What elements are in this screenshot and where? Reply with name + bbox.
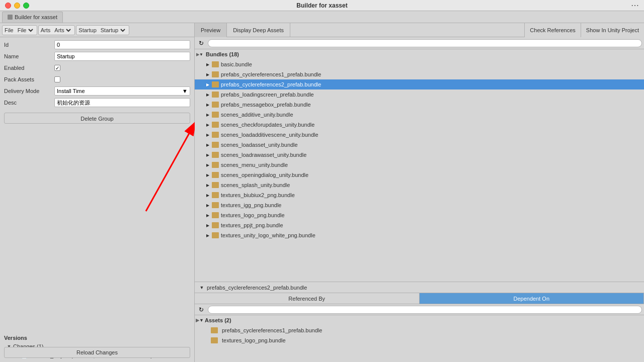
arts-dropdown[interactable]: Arts (52, 27, 72, 34)
bundle-item-2[interactable]: ▶ prefabs_cyclereferences2_prefab.bundle (195, 79, 644, 89)
bundle-name-5: scenes_additive_unity.bundle (221, 112, 293, 118)
startup-dropdown[interactable]: Startup (99, 27, 127, 34)
right-actions: Check References Show In Unity Project (524, 23, 644, 37)
arts-label: Arts (41, 27, 51, 33)
left-panel: File File Arts Arts Startup Startup (0, 23, 195, 362)
bundle-icon-11 (212, 172, 219, 178)
bundle-item-15[interactable]: ▶ textures_logo_png.bundle (195, 210, 644, 220)
bundle-expand-11: ▶ (205, 172, 211, 178)
window-controls (5, 3, 29, 9)
enabled-label: Enabled (4, 65, 54, 71)
bundles-header[interactable]: ▼ Bundles (18) (195, 49, 644, 59)
ref-asset-icon-1 (211, 337, 218, 343)
bundle-item-1[interactable]: ▶ prefabs_cyclereferences1_prefab.bundle (195, 69, 644, 79)
ref-asset-item-0[interactable]: prefabs_cyclereferences1_prefab.bundle (195, 325, 644, 335)
assets-header[interactable]: ▼ Assets (2) (195, 315, 644, 325)
ref-header: ▼ prefabs_cyclereferences2_prefab.bundle (195, 282, 644, 293)
bundle-name-3: prefabs_loadingscreen_prefab.bundle (221, 92, 314, 98)
bundle-icon-9 (212, 152, 219, 158)
bundle-item-11[interactable]: ▶ scenes_openingdialog_unity.bundle (195, 170, 644, 180)
enabled-checkbox[interactable]: ✓ (54, 65, 60, 71)
delivery-mode-select[interactable]: Install Time ▼ (54, 86, 190, 96)
file-select[interactable]: File File (2, 25, 37, 35)
ref-tab-dependent-on[interactable]: Dependent On (420, 293, 645, 304)
ref-refresh-button[interactable]: ↻ (197, 305, 206, 314)
bundle-icon-17 (212, 232, 219, 238)
tab-builder[interactable]: Builder for xasset (2, 12, 63, 23)
left-panel-inner: Id Name Enabled ✓ Pack Assets (0, 37, 194, 362)
title-bar: Builder for xasset ⋯ (0, 0, 644, 11)
name-input[interactable] (54, 52, 190, 61)
bundle-item-6[interactable]: ▶ scenes_checkforupdates_unity.bundle (195, 120, 644, 130)
window-title: Builder for xasset (296, 2, 347, 9)
bundle-expand-12: ▶ (205, 182, 211, 188)
pack-assets-checkbox[interactable] (54, 76, 60, 82)
file-dropdown[interactable]: File (16, 27, 35, 34)
bundle-item-3[interactable]: ▶ prefabs_loadingscreen_prefab.bundle (195, 89, 644, 100)
desc-input[interactable] (54, 98, 190, 107)
menu-icon[interactable]: ⋯ (631, 1, 639, 10)
bundle-item-13[interactable]: ▶ textures_biubiux2_png.bundle (195, 190, 644, 200)
ref-tree[interactable]: ▼ Assets (2) prefabs_cyclereferences1_pr… (195, 315, 644, 362)
ref-asset-name-1: textures_logo_png.bundle (222, 337, 286, 343)
form-row-pack-assets: Pack Assets (4, 74, 190, 85)
form-section: Id Name Enabled ✓ Pack Assets (0, 37, 194, 332)
minimize-button[interactable] (14, 3, 20, 9)
id-input[interactable] (54, 40, 190, 49)
bundle-icon-16 (212, 222, 219, 228)
bundle-item-4[interactable]: ▶ prefabs_messagebox_prefab.bundle (195, 100, 644, 110)
assets-expand-icon: ▼ (197, 317, 203, 323)
bundle-icon-0 (212, 61, 219, 67)
show-unity-project-button[interactable]: Show In Unity Project (581, 23, 644, 37)
ref-asset-item-1[interactable]: textures_logo_png.bundle (195, 335, 644, 345)
bundle-icon-4 (212, 102, 219, 108)
reload-changes-button[interactable]: Reload Changes (4, 347, 190, 358)
bundle-name-6: scenes_checkforupdates_unity.bundle (221, 122, 314, 128)
bundles-expand-icon: ▼ (197, 51, 203, 57)
bundle-name-17: textures_unity_logo_white_png.bundle (221, 232, 315, 238)
bundle-item-17[interactable]: ▶ textures_unity_logo_white_png.bundle (195, 230, 644, 240)
bundle-icon-3 (212, 92, 219, 98)
bundle-item-8[interactable]: ▶ scenes_loadasset_unity.bundle (195, 140, 644, 150)
right-toolbar: Preview Display Deep Assets Check Refere… (195, 23, 644, 37)
form-row-delivery-mode: Delivery Mode Install Time ▼ (4, 85, 190, 97)
check-icon: ✓ (55, 65, 59, 71)
ref-tabs: Referenced By Dependent On (195, 293, 644, 304)
bundle-search-bar: ↻ (195, 37, 644, 49)
main-container: File File Arts Arts Startup Startup (0, 23, 644, 362)
bundle-item-5[interactable]: ▶ scenes_additive_unity.bundle (195, 110, 644, 120)
bundle-item-16[interactable]: ▶ textures_ppjt_png.bundle (195, 220, 644, 230)
delivery-mode-value: Install Time (57, 88, 85, 94)
arts-select[interactable]: Arts Arts (38, 25, 75, 35)
form-row-name: Name (4, 51, 190, 62)
bundle-expand-7: ▶ (205, 132, 211, 138)
maximize-button[interactable] (23, 3, 29, 9)
bundle-search-input[interactable] (208, 39, 642, 47)
ref-asset-name-0: prefabs_cyclereferences1_prefab.bundle (222, 327, 322, 333)
ref-panel: ▼ prefabs_cyclereferences2_prefab.bundle… (195, 282, 644, 362)
bundles-header-label: Bundles (18) (206, 51, 239, 57)
bundle-expand-6: ▶ (205, 122, 211, 128)
bundle-tree[interactable]: ▼ Bundles (18) ▶ basic.bundle ▶ prefabs_… (195, 49, 644, 282)
bundle-item-14[interactable]: ▶ textures_igg_png.bundle (195, 200, 644, 210)
delivery-mode-label: Delivery Mode (4, 88, 54, 94)
bundle-item-12[interactable]: ▶ scenes_splash_unity.bundle (195, 180, 644, 190)
bundle-name-13: textures_biubiux2_png.bundle (221, 192, 295, 198)
tab-display-deep-assets[interactable]: Display Deep Assets (227, 23, 290, 37)
close-button[interactable] (5, 3, 11, 9)
bundle-name-8: scenes_loadasset_unity.bundle (221, 142, 298, 148)
bundle-item-7[interactable]: ▶ scenes_loadadditivescene_unity.bundle (195, 130, 644, 140)
bundle-item-0[interactable]: ▶ basic.bundle (195, 59, 644, 69)
ref-header-expand: ▼ (199, 285, 205, 291)
ref-search-input[interactable] (208, 306, 642, 314)
check-references-button[interactable]: Check References (524, 23, 581, 37)
bundle-item-10[interactable]: ▶ scenes_menu_unity.bundle (195, 160, 644, 170)
tab-preview[interactable]: Preview (195, 23, 227, 37)
delete-group-button[interactable]: Delete Group (4, 113, 190, 124)
bundle-item-9[interactable]: ▶ scenes_loadrawasset_unity.bundle (195, 150, 644, 160)
startup-label: Startup (78, 27, 96, 33)
refresh-button[interactable]: ↻ (197, 39, 206, 48)
ref-tab-referenced-by[interactable]: Referenced By (195, 293, 420, 304)
bundle-icon-1 (212, 71, 219, 77)
startup-select[interactable]: Startup Startup (76, 25, 129, 35)
